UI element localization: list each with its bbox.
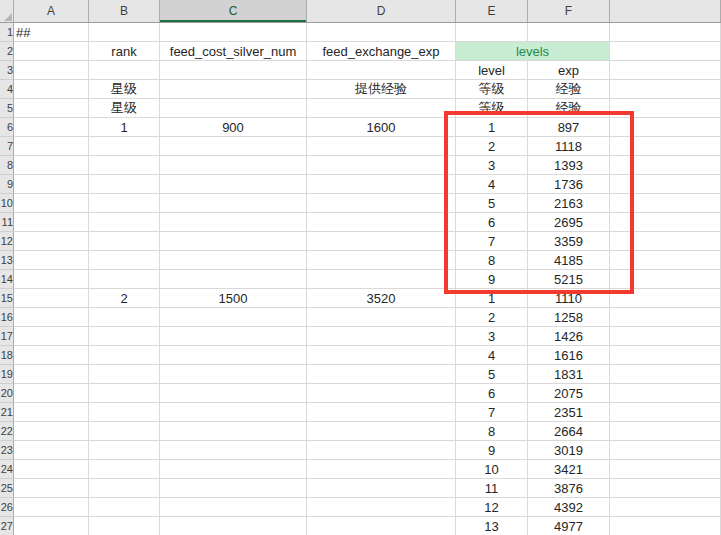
- cell-D17[interactable]: [307, 327, 456, 346]
- cell-A24[interactable]: [14, 460, 89, 479]
- cell-D20[interactable]: [307, 384, 456, 403]
- cell-A7[interactable]: [14, 137, 89, 156]
- cell-G23[interactable]: [610, 441, 721, 460]
- cell-E11[interactable]: 6: [456, 213, 528, 232]
- cell-C4[interactable]: [160, 80, 307, 99]
- cell-E14[interactable]: 9: [456, 270, 528, 289]
- cell-F15[interactable]: 1110: [528, 289, 610, 308]
- cell-G25[interactable]: [610, 479, 721, 498]
- cell-F12[interactable]: 3359: [528, 232, 610, 251]
- cell-A16[interactable]: [14, 308, 89, 327]
- cell-D9[interactable]: [307, 175, 456, 194]
- cell-C26[interactable]: [160, 498, 307, 517]
- row-header-17[interactable]: 17: [0, 327, 14, 346]
- cell-C8[interactable]: [160, 156, 307, 175]
- cell-E26[interactable]: 12: [456, 498, 528, 517]
- cell-G7[interactable]: [610, 137, 721, 156]
- cell-B4[interactable]: 星级: [89, 80, 160, 99]
- cell-D15[interactable]: 3520: [307, 289, 456, 308]
- cell-E17[interactable]: 3: [456, 327, 528, 346]
- column-header-f[interactable]: F: [528, 0, 610, 22]
- cell-G21[interactable]: [610, 403, 721, 422]
- cell-G22[interactable]: [610, 422, 721, 441]
- cell-F7[interactable]: 1118: [528, 137, 610, 156]
- cell-E4[interactable]: 等级: [456, 80, 528, 99]
- cell-D8[interactable]: [307, 156, 456, 175]
- cell-A18[interactable]: [14, 346, 89, 365]
- cell-F8[interactable]: 1393: [528, 156, 610, 175]
- cell-G3[interactable]: [610, 61, 721, 80]
- cell-C3[interactable]: [160, 61, 307, 80]
- cell-A9[interactable]: [14, 175, 89, 194]
- cell-G9[interactable]: [610, 175, 721, 194]
- cell-E8[interactable]: 3: [456, 156, 528, 175]
- row-header-15[interactable]: 15: [0, 289, 14, 308]
- cell-D22[interactable]: [307, 422, 456, 441]
- cell-D5[interactable]: [307, 99, 456, 118]
- row-header-26[interactable]: 26: [0, 498, 14, 517]
- cell-D26[interactable]: [307, 498, 456, 517]
- cell-C22[interactable]: [160, 422, 307, 441]
- select-all-corner[interactable]: [0, 0, 14, 22]
- cell-B5[interactable]: 星级: [89, 99, 160, 118]
- cell-E25[interactable]: 11: [456, 479, 528, 498]
- cell-G2[interactable]: [610, 42, 721, 61]
- row-header-23[interactable]: 23: [0, 441, 14, 460]
- cell-F16[interactable]: 1258: [528, 308, 610, 327]
- cell-F17[interactable]: 1426: [528, 327, 610, 346]
- cell-F18[interactable]: 1616: [528, 346, 610, 365]
- cell-C6[interactable]: 900: [160, 118, 307, 137]
- cell-G11[interactable]: [610, 213, 721, 232]
- cell-G15[interactable]: [610, 289, 721, 308]
- cell-C27[interactable]: [160, 517, 307, 535]
- cell-B19[interactable]: [89, 365, 160, 384]
- cell-G24[interactable]: [610, 460, 721, 479]
- cell-F9[interactable]: 1736: [528, 175, 610, 194]
- row-header-18[interactable]: 18: [0, 346, 14, 365]
- cell-A4[interactable]: [14, 80, 89, 99]
- row-header-2[interactable]: 2: [0, 42, 14, 61]
- row-header-7[interactable]: 7: [0, 137, 14, 156]
- cell-E21[interactable]: 7: [456, 403, 528, 422]
- cell-G16[interactable]: [610, 308, 721, 327]
- cell-B12[interactable]: [89, 232, 160, 251]
- row-header-21[interactable]: 21: [0, 403, 14, 422]
- cell-C7[interactable]: [160, 137, 307, 156]
- cell-F26[interactable]: 4392: [528, 498, 610, 517]
- cell-D25[interactable]: [307, 479, 456, 498]
- cell-C15[interactable]: 1500: [160, 289, 307, 308]
- cell-B10[interactable]: [89, 194, 160, 213]
- cell-G12[interactable]: [610, 232, 721, 251]
- cell-F22[interactable]: 2664: [528, 422, 610, 441]
- cell-B25[interactable]: [89, 479, 160, 498]
- cell-F10[interactable]: 2163: [528, 194, 610, 213]
- cell-C18[interactable]: [160, 346, 307, 365]
- row-header-11[interactable]: 11: [0, 213, 14, 232]
- cell-C19[interactable]: [160, 365, 307, 384]
- cell-F24[interactable]: 3421: [528, 460, 610, 479]
- row-header-5[interactable]: 5: [0, 99, 14, 118]
- row-header-22[interactable]: 22: [0, 422, 14, 441]
- cell-E23[interactable]: 9: [456, 441, 528, 460]
- cell-A21[interactable]: [14, 403, 89, 422]
- cell-E12[interactable]: 7: [456, 232, 528, 251]
- cell-C1[interactable]: [160, 23, 307, 42]
- cell-A2[interactable]: [14, 42, 89, 61]
- cell-B16[interactable]: [89, 308, 160, 327]
- cell-B26[interactable]: [89, 498, 160, 517]
- cell-F6[interactable]: 897: [528, 118, 610, 137]
- cell-D4[interactable]: 提供经验: [307, 80, 456, 99]
- cell-D27[interactable]: [307, 517, 456, 535]
- cell-A25[interactable]: [14, 479, 89, 498]
- cell-C5[interactable]: [160, 99, 307, 118]
- cell-B15[interactable]: 2: [89, 289, 160, 308]
- cell-E10[interactable]: 5: [456, 194, 528, 213]
- row-header-24[interactable]: 24: [0, 460, 14, 479]
- cell-B11[interactable]: [89, 213, 160, 232]
- cell-E19[interactable]: 5: [456, 365, 528, 384]
- cell-B27[interactable]: [89, 517, 160, 535]
- row-header-8[interactable]: 8: [0, 156, 14, 175]
- cell-A11[interactable]: [14, 213, 89, 232]
- cell-E9[interactable]: 4: [456, 175, 528, 194]
- cell-E7[interactable]: 2: [456, 137, 528, 156]
